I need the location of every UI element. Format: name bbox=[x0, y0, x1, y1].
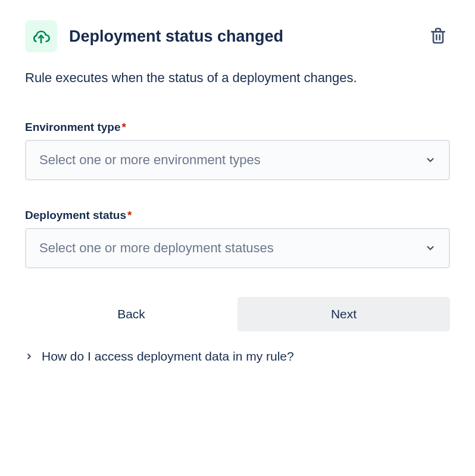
description: Rule executes when the status of a deplo… bbox=[25, 69, 450, 87]
environment-type-label-text: Environment type bbox=[25, 121, 120, 133]
environment-type-placeholder: Select one or more environment types bbox=[39, 152, 261, 168]
delete-button[interactable] bbox=[426, 24, 450, 49]
deployment-status-label-text: Deployment status bbox=[25, 209, 126, 221]
button-row: Back Next bbox=[25, 297, 450, 331]
header-left: Deployment status changed bbox=[25, 20, 283, 52]
page-title: Deployment status changed bbox=[69, 27, 283, 46]
help-text: How do I access deployment data in my ru… bbox=[42, 349, 294, 364]
environment-type-field: Environment type* Select one or more env… bbox=[25, 121, 450, 180]
required-indicator: * bbox=[121, 121, 126, 133]
chevron-right-icon bbox=[25, 352, 33, 361]
trash-icon bbox=[429, 26, 448, 45]
next-button[interactable]: Next bbox=[238, 297, 450, 331]
back-button[interactable]: Back bbox=[25, 297, 238, 331]
environment-type-select[interactable]: Select one or more environment types bbox=[25, 140, 450, 180]
help-disclosure[interactable]: How do I access deployment data in my ru… bbox=[25, 347, 450, 366]
deployment-status-placeholder: Select one or more deployment statuses bbox=[39, 240, 274, 256]
deployment-status-field: Deployment status* Select one or more de… bbox=[25, 209, 450, 268]
cloud-upload-icon bbox=[25, 20, 57, 52]
environment-type-label: Environment type* bbox=[25, 121, 126, 134]
deployment-status-select[interactable]: Select one or more deployment statuses bbox=[25, 228, 450, 268]
required-indicator: * bbox=[127, 209, 132, 221]
chevron-down-icon bbox=[425, 155, 436, 165]
deployment-status-label: Deployment status* bbox=[25, 209, 132, 222]
chevron-down-icon bbox=[425, 243, 436, 253]
header: Deployment status changed bbox=[25, 20, 450, 52]
